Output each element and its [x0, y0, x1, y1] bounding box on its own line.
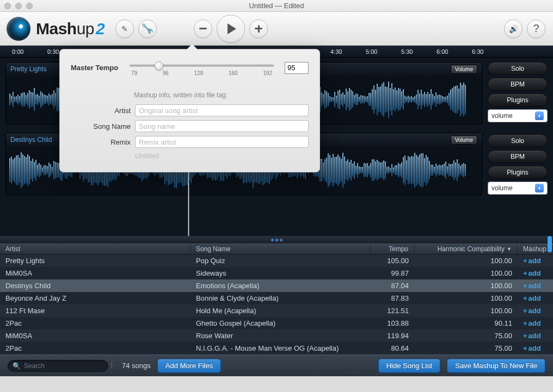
tempo-input[interactable]	[285, 62, 309, 74]
add-button[interactable]: add	[523, 319, 541, 327]
remix-input[interactable]	[135, 136, 309, 148]
ruler-tick: 6:00	[437, 48, 472, 55]
volume-select[interactable]: volume▾	[488, 109, 548, 122]
slider-tick-label: 160	[229, 70, 238, 76]
cell-song: N.I.G.G.A. - Mouse Man Verse OG (Acapell…	[191, 344, 371, 352]
song-name-input[interactable]	[135, 120, 309, 132]
cell-artist: 2Pac	[0, 344, 191, 352]
cell-artist: MiM0SA	[0, 269, 191, 277]
song-list: Artist Song Name Tempo Harmonic Compatib…	[0, 236, 553, 354]
cell-harmonic: 100.00	[414, 282, 518, 290]
scrollbar-thumb[interactable]	[548, 236, 552, 252]
track-1-controls: Solo BPM Plugins volume▾	[488, 62, 548, 122]
solo-button[interactable]: Solo	[488, 62, 548, 75]
table-row[interactable]: Pretty LightsPop Quiz105.00100.00add	[0, 254, 553, 267]
cell-artist: 112 Ft Mase	[0, 307, 191, 315]
bpm-button[interactable]: BPM	[488, 150, 548, 163]
app-name: Mashup2	[36, 20, 105, 38]
cell-artist: MiM0SA	[0, 332, 191, 340]
cell-tempo: 87.04	[371, 282, 414, 290]
table-row[interactable]: Destinys ChildEmotions (Acapella)87.0410…	[0, 279, 553, 292]
slider-thumb[interactable]	[155, 61, 163, 70]
track-1-volume-button[interactable]: Volume	[451, 65, 477, 74]
table-row[interactable]: 2PacGhetto Gospel (Acapella)103.8890.11a…	[0, 317, 553, 329]
cell-tempo: 105.00	[371, 257, 414, 265]
tempo-slider[interactable]: 7996128160192	[130, 59, 274, 76]
wrench-icon: 🔧	[142, 23, 153, 35]
cell-tempo: 99.87	[371, 269, 414, 277]
add-more-files-button[interactable]: Add More Files	[157, 359, 221, 373]
cell-artist: Beyonce And Jay Z	[0, 294, 191, 302]
search-icon: 🔍	[13, 362, 21, 370]
close-icon[interactable]	[4, 3, 11, 9]
track-2-volume-button[interactable]: Volume	[451, 135, 477, 145]
help-button[interactable]: ?	[527, 20, 545, 38]
header-song[interactable]: Song Name	[191, 245, 371, 253]
save-mashup-button[interactable]: Save Mashup To New File	[447, 359, 545, 373]
search-input[interactable]	[24, 362, 106, 370]
table-row[interactable]: Beyonce And Jay ZBonnie & Clyde (Acapell…	[0, 292, 553, 304]
table-row[interactable]: 112 Ft MaseHold Me (Acapella)121.51100.0…	[0, 304, 553, 317]
plus-icon	[255, 25, 262, 33]
compose-icon: ✎	[121, 24, 128, 33]
artist-label: Artist	[71, 107, 131, 115]
cell-harmonic: 90.11	[414, 319, 518, 327]
chevron-down-icon: ▾	[535, 184, 544, 192]
ruler-tick: 5:30	[401, 48, 437, 55]
table-header: Artist Song Name Tempo Harmonic Compatib…	[0, 244, 553, 254]
settings-button[interactable]: 🔧	[138, 20, 157, 38]
plugins-button[interactable]: Plugins	[488, 94, 548, 107]
cell-tempo: 87.83	[371, 294, 414, 302]
table-row[interactable]: MiM0SARose Water119.9475.00add	[0, 329, 553, 342]
header-artist[interactable]: Artist	[0, 245, 191, 253]
play-icon	[228, 23, 236, 34]
volume-select[interactable]: volume▾	[488, 182, 548, 195]
add-button[interactable]: add	[523, 344, 541, 352]
cell-tempo: 103.88	[371, 319, 414, 327]
audio-button[interactable]: 🔊	[504, 20, 523, 38]
question-icon: ?	[533, 22, 539, 35]
speaker-icon: 🔊	[509, 24, 518, 33]
track-2-controls: Solo BPM Plugins volume▾	[488, 134, 548, 195]
add-button[interactable]: add	[523, 282, 541, 290]
chevron-down-icon: ▾	[535, 111, 544, 120]
slider-tick-label: 192	[263, 70, 272, 76]
search-box[interactable]: 🔍	[8, 360, 108, 372]
ruler-tick: 5:00	[366, 48, 401, 55]
new-button[interactable]: ✎	[115, 20, 134, 38]
sort-desc-icon: ▼	[507, 246, 512, 252]
add-button[interactable]: add	[523, 257, 541, 265]
cell-artist: Destinys Child	[0, 282, 191, 290]
popover-subtitle: Mashup info, written into file tag:	[134, 91, 309, 99]
clear-search-icon[interactable]: 〉	[110, 362, 115, 369]
settings-popover: Master Tempo 7996128160192 Mashup info, …	[59, 49, 320, 172]
bpm-button[interactable]: BPM	[488, 78, 548, 91]
logo-disc-icon	[7, 17, 30, 41]
cell-song: Sideways	[191, 269, 371, 277]
toolbar: Mashup2 ✎ 🔧 🔊 ?	[0, 12, 553, 46]
add-button[interactable]: add	[523, 307, 541, 315]
zoom-icon[interactable]	[26, 3, 33, 9]
song-count: 74 songs	[122, 362, 151, 370]
minimize-icon[interactable]	[15, 3, 22, 9]
play-button[interactable]	[217, 15, 245, 43]
hide-song-list-button[interactable]: Hide Song List	[378, 359, 441, 373]
solo-button[interactable]: Solo	[488, 134, 548, 147]
header-harmonic[interactable]: Harmonic Compatibility▼	[414, 245, 518, 253]
header-tempo[interactable]: Tempo	[371, 245, 414, 253]
slider-tick-label: 128	[194, 70, 204, 76]
pane-resize-handle[interactable]	[0, 236, 553, 244]
plugins-button[interactable]: Plugins	[488, 166, 548, 179]
zoom-out-button[interactable]	[194, 20, 212, 38]
add-button[interactable]: add	[523, 269, 541, 277]
zoom-in-button[interactable]	[249, 20, 268, 38]
add-button[interactable]: add	[523, 294, 541, 302]
table-row[interactable]: MiM0SASideways99.87100.00add	[0, 267, 553, 279]
cell-tempo: 80.64	[371, 344, 414, 352]
artist-input[interactable]	[135, 104, 309, 116]
cell-tempo: 119.94	[371, 332, 414, 340]
add-button[interactable]: add	[523, 332, 541, 340]
table-row[interactable]: 2PacN.I.G.G.A. - Mouse Man Verse OG (Aca…	[0, 342, 553, 354]
remix-label: Remix	[71, 138, 131, 146]
cell-harmonic: 75.00	[414, 344, 518, 352]
